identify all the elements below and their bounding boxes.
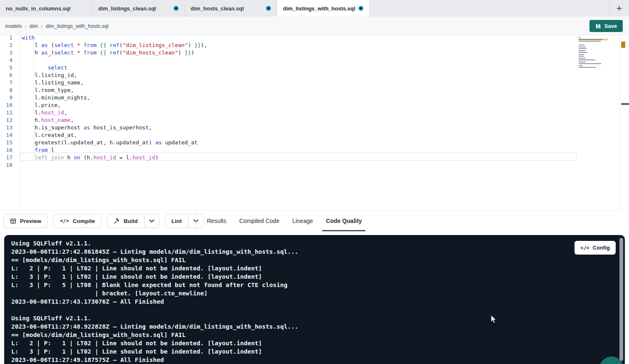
code-text: from l [12,146,54,154]
breadcrumb: models › dim › dim_listings_with_hosts.s… [5,17,109,35]
line-number: 7 [0,79,12,87]
code-text: l.minimum_nights, [12,94,90,102]
file-tab[interactable]: dim_listings_clean.sql [92,0,185,17]
result-tab-compiled-code[interactable]: Compiled Code [239,210,280,231]
table-grid-icon [10,218,16,224]
editor-toolbar: Preview </> Compile Build [0,210,629,231]
code-line[interactable]: 4 [0,57,577,64]
chevron-right-icon: › [41,23,43,30]
save-button[interactable]: Save [589,20,623,32]
code-text [12,57,22,64]
code-text: greatest(l.updated_at, h.updated_at) as … [12,139,198,146]
code-line[interactable]: 17 left join h on (h.host_id = l.host_id… [0,154,577,161]
file-tab[interactable]: dim_listings_with_hosts.sql [277,0,370,17]
minimap-line [579,69,608,71]
breadcrumb-models[interactable]: models [5,23,22,29]
code-text [12,161,22,169]
line-number: 11 [0,109,12,116]
code-text: h as (select * from {{ ref("dim_hosts_cl… [12,49,194,57]
compile-label: Compile [73,218,95,224]
breadcrumb-dim[interactable]: dim [30,23,38,29]
terminal-line: L: 2 | P: 1 | LT02 | Line should not be … [11,264,298,272]
terminal-line: 2023-06-06T11:27:42.861845Z — Linting mo… [11,248,298,256]
line-number: 9 [0,94,12,102]
result-tab-lineage[interactable]: Lineage [292,210,313,231]
breadcrumb-bar: models › dim › dim_listings_with_hosts.s… [0,17,629,35]
code-line[interactable]: 6 l.listing_id, [0,72,577,79]
save-icon [595,23,601,29]
terminal-line: 2023-06-06T11:27:48.922828Z — Linting mo… [11,322,298,331]
modified-indicator-icon[interactable] [266,6,271,11]
save-button-label: Save [604,23,617,29]
new-tab-button[interactable]: + [609,0,629,17]
code-editor[interactable]: 1with2 l as (select * from {{ ref("dim_l… [0,35,629,210]
code-line[interactable]: 10 l.price, [0,102,577,109]
code-text: l.listing_name, [12,79,84,87]
code-line[interactable]: 15 greatest(l.updated_at, h.updated_at) … [0,139,577,146]
config-button[interactable]: </> Config [574,241,616,255]
code-line[interactable]: 9 l.minimum_nights, [0,94,577,102]
preview-label: Preview [20,218,41,224]
file-tab[interactable]: no_nulls_in_columns.sql [0,0,92,17]
file-tab-label: no_nulls_in_columns.sql [6,5,86,12]
file-tab-label: dim_listings_with_hosts.sql [283,5,355,12]
code-line[interactable]: 13 h.is_superhost as host_is_superhost, [0,124,577,131]
code-text: l.listing_id, [12,72,77,79]
lint-button-group: Lint [165,214,204,228]
build-button[interactable]: Build [107,214,144,228]
terminal-scrollbar[interactable] [619,238,623,361]
config-label: Config [593,245,610,251]
terminal-line: Using SQLFluff v2.1.1. [11,239,298,248]
file-tab[interactable]: dim_hosts_clean.sql [185,0,277,17]
lint-warning-marker [621,42,625,48]
line-number: 12 [0,116,12,124]
line-number: 10 [0,102,12,109]
hammer-icon [114,218,120,224]
code-line[interactable]: 2 l as (select * from {{ ref("dim_listin… [0,42,577,49]
line-number: 2 [0,42,12,49]
terminal-line: == [models/dim/dim_listings_with_hosts.s… [11,331,298,339]
chevron-down-icon [149,219,154,223]
terminal-line: Using SQLFluff v2.1.1. [11,314,298,322]
code-line[interactable]: 16 from l [0,146,577,154]
minimap[interactable] [579,37,608,70]
build-dropdown-button[interactable] [144,214,159,228]
code-text: h.is_superhost as host_is_superhost, [12,124,152,131]
code-line[interactable]: 5 select [0,64,577,72]
code-text: with [12,34,35,42]
code-text: l.price, [12,102,61,109]
code-line[interactable]: 12 h.host_name, [0,116,577,124]
modified-indicator-icon[interactable] [358,6,363,11]
terminal-line: L: 3 | P: 5 | LT08 | Blank line expected… [11,281,298,289]
code-line[interactable]: 18 [0,161,577,169]
code-icon: </> [580,245,589,251]
compile-button[interactable]: </> Compile [53,214,102,228]
preview-button[interactable]: Preview [3,214,48,228]
code-text: h.host_name, [12,116,74,124]
code-line[interactable]: 3 h as (select * from {{ ref("dim_hosts_… [0,49,577,57]
terminal-line: == [models/dim/dim_listings_with_hosts.s… [11,256,298,264]
code-icon: </> [60,218,69,224]
code-line[interactable]: 11 l.host_id, [0,109,577,116]
modified-indicator-icon[interactable] [174,6,179,11]
lint-label: Lint [172,218,182,224]
scroll-position-marker[interactable] [621,103,629,105]
code-line[interactable]: 7 l.listing_name, [0,79,577,87]
lint-button[interactable]: Lint [165,214,188,228]
line-number: 18 [0,161,12,169]
result-tab-code-quality[interactable]: Code Quality [326,210,362,231]
line-number: 3 [0,49,12,57]
terminal-line: 2023-06-06T11:27:49.187575Z — All Finish… [11,356,298,364]
code-line[interactable]: 1with [0,34,577,42]
result-tab-results[interactable]: Results [207,210,226,231]
toolbar-divider [196,210,196,231]
file-tab-label: dim_listings_clean.sql [98,5,170,12]
code-line[interactable]: 8 l.room_type, [0,87,577,94]
build-label: Build [124,218,138,224]
line-number: 15 [0,139,12,146]
line-number: 4 [0,57,12,64]
code-text: l as (select * from {{ ref("dim_listings… [12,42,207,49]
line-number: 14 [0,131,12,139]
overview-ruler [619,35,620,210]
code-line[interactable]: 14 l.created_at, [0,131,577,139]
